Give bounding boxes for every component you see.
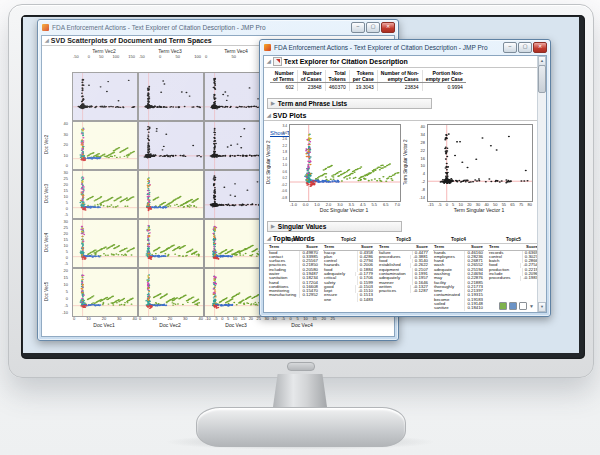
topic-row[interactable]: one0.1483 [323, 298, 374, 302]
term-plot-xlabel: Term Singular Vector 1 [447, 207, 511, 213]
summary-value: 23848 [297, 83, 325, 92]
matrix-row-ticks: 302520151050-5 [54, 170, 68, 217]
scroll-down-arrow[interactable]: ▼ [538, 302, 546, 312]
topic-table: Topic2TermScorehaccp0.4358plan0.4286cont… [323, 237, 374, 311]
matrix-bottom-label: Doc Vec3 [204, 322, 268, 328]
window-text-explorer[interactable]: FDA Enforcement Actions - Text Explorer … [259, 39, 551, 317]
titlebar-back[interactable]: FDA Enforcement Actions - Text Explorer … [38, 20, 398, 34]
close-button[interactable]: ✕ [381, 22, 395, 33]
summary-value: 23834 [377, 83, 422, 92]
matrix-cell-term[interactable] [72, 72, 138, 121]
topic-words-tables: Topic1TermScorefood0.49870contact0.33985… [268, 237, 539, 311]
summary-value: 460370 [325, 83, 349, 92]
matrix-cell-doc[interactable] [72, 268, 138, 317]
window-title-back: FDA Enforcement Actions - Text Explorer … [52, 24, 266, 31]
topic-name: Topic5 [488, 237, 539, 244]
topic-name: Topic4 [433, 237, 484, 244]
summary-header: Number of Non-empty Cases [377, 70, 422, 83]
desktop: FDA Enforcement Actions - Text Explorer … [23, 17, 579, 353]
matrix-cell-doc[interactable] [138, 268, 204, 317]
minimize-button[interactable]: – [503, 42, 517, 53]
status-dropdown-icon[interactable]: ▼ [529, 303, 534, 309]
jmp-app-icon [264, 44, 271, 51]
matrix-bottom-label: Doc Vec1 [72, 322, 136, 328]
disclosure-open-icon[interactable]: ◢ [267, 113, 271, 118]
matrix-row-ticks: 20151050-5-10 [54, 268, 68, 315]
disclosure-closed-icon[interactable]: ▶ [271, 224, 275, 229]
topic-table: Topic5TermScorerecords0.6369control0.302… [488, 237, 539, 311]
section-svd-plots[interactable]: ◢ SVD Plots [264, 111, 537, 121]
topic-name: Topic3 [378, 237, 429, 244]
summary-value: 0.9994 [422, 83, 466, 92]
maximize-button[interactable]: ▢ [518, 42, 532, 53]
status-icon-blue[interactable] [509, 302, 517, 310]
topic-name: Topic2 [323, 237, 374, 244]
matrix-row-ticks: 302520151050-5 [54, 219, 68, 266]
topic-row[interactable]: practices-0.1287 [378, 289, 429, 293]
summary-header: Numberof Cases [297, 70, 325, 83]
client-front: ◢ Text Explorer for Citation Description… [263, 55, 547, 313]
disclosure-open-icon[interactable]: ◢ [45, 38, 49, 43]
topic-table: Topic1TermScorefood0.49870contact0.33985… [268, 237, 319, 311]
doc-plot-xlabel: Doc Singular Vector 1 [312, 207, 376, 213]
monitor-bezel: FDA Enforcement Actions - Text Explorer … [21, 15, 585, 359]
outline-header-text-explorer[interactable]: ◢ Text Explorer for Citation Description [264, 56, 537, 68]
maximize-button[interactable]: ▢ [366, 22, 380, 33]
matrix-row-label: Doc Vec3 [44, 170, 52, 217]
outline-title: Text Explorer for Citation Description [284, 58, 408, 65]
doc-svd-plot[interactable] [289, 124, 401, 202]
matrix-row-label: Doc Vec5 [44, 268, 52, 315]
disclosure-open-icon[interactable]: ◢ [267, 59, 271, 64]
topic-row[interactable]: procedures-0.1983 [488, 276, 539, 280]
term-svd-plot[interactable] [427, 124, 533, 202]
summary-header: Tokensper Case [349, 70, 377, 83]
window-title-front: FDA Enforcement Actions - Text Explorer … [274, 44, 488, 51]
jmp-app-icon [42, 24, 49, 31]
summary-table: Numberof TermsNumberof CasesTotalTokensT… [270, 70, 466, 91]
matrix-cell-doc[interactable] [72, 121, 138, 170]
summary-header: Portion Non-empty per Case [422, 70, 466, 83]
status-icon-green[interactable] [499, 302, 507, 310]
summary-value: 19.3043 [349, 83, 377, 92]
minimize-button[interactable]: – [351, 22, 365, 33]
matrix-row-ticks: 403020100 [54, 121, 68, 168]
section-term-phrase-lists[interactable]: ▶ Term and Phrase Lists [267, 98, 432, 109]
topic-row[interactable]: sanitize0.18410 [433, 306, 484, 310]
photo-stage: FDA Enforcement Actions - Text Explorer … [0, 0, 600, 455]
matrix-cell-doc[interactable] [72, 219, 138, 268]
matrix-row-label: Doc Vec4 [44, 219, 52, 266]
red-triangle-menu-icon[interactable] [273, 57, 282, 66]
summary-value: 602 [270, 83, 297, 92]
vertical-scrollbar[interactable]: ▲ ▼ [537, 56, 546, 312]
matrix-cell-doc[interactable] [138, 219, 204, 268]
matrix-bottom-label: Doc Vec4 [270, 322, 334, 328]
topic-table: Topic4TermScorehands0.46160employees0.28… [433, 237, 484, 311]
summary-header: Numberof Terms [270, 70, 297, 83]
matrix-cell-doc[interactable] [72, 170, 138, 219]
disclosure-closed-icon[interactable]: ▶ [271, 101, 275, 106]
matrix-top-axis: Term Vec3-50050100 [138, 48, 202, 59]
power-button[interactable] [287, 362, 315, 371]
topic-table: Topic3TermScorefailure0.4477procedures-0… [378, 237, 429, 311]
close-button[interactable]: ✕ [533, 42, 547, 53]
monitor: FDA Enforcement Actions - Text Explorer … [8, 4, 594, 378]
scrollbar-thumb[interactable] [538, 65, 546, 93]
status-icon-box[interactable] [519, 302, 527, 310]
summary-header: TotalTokens [325, 70, 349, 83]
matrix-bottom-label: Doc Vec2 [138, 322, 202, 328]
status-strip: ▼ [499, 302, 534, 310]
monitor-stand-base [196, 407, 406, 447]
topic-row[interactable]: manufacturing0.12952 [268, 293, 319, 297]
matrix-cell-doc[interactable] [138, 170, 204, 219]
matrix-row-label: Doc Vec2 [44, 121, 52, 168]
matrix-top-axis: Term Vec2-50050100150 [72, 48, 136, 59]
term-plot-ylabel: Term Singular Vector 2 [403, 124, 411, 200]
topic-name: Topic1 [268, 237, 319, 244]
matrix-cell-term[interactable] [138, 121, 204, 170]
section-singular-values[interactable]: ▶ Singular Values [267, 221, 402, 232]
outline-title: SVD Scatterplots of Document and Term Sp… [51, 37, 212, 44]
matrix-cell-term[interactable] [138, 72, 204, 121]
